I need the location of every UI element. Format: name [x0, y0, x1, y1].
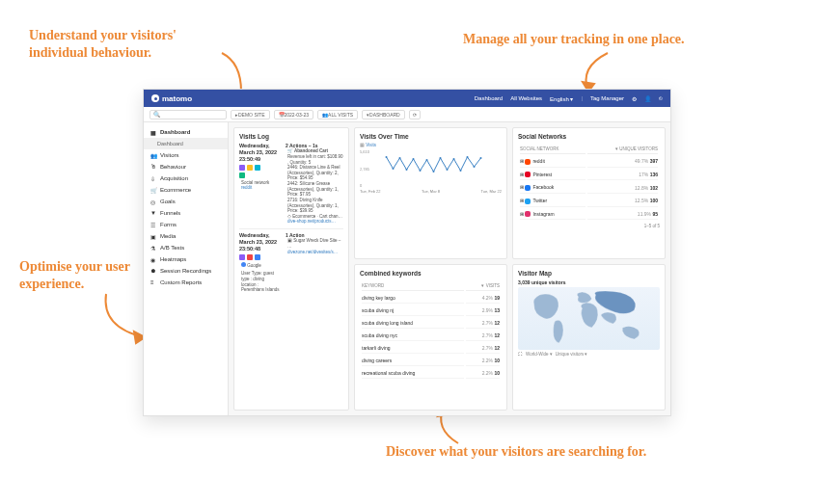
country-icon [239, 165, 245, 171]
sidebar-item-dashboard[interactable]: ▦Dashboard [144, 126, 228, 138]
vm-controls: ⛶ World-Wide ▾ Unique visitors ▾ [518, 352, 660, 357]
nav-all-websites[interactable]: All Websites [510, 95, 542, 101]
visitors-icon: 👥 [150, 152, 156, 158]
card-visits-over-time: Visits Over Time ▦ Visits 5,610 2,785 0 … [354, 127, 507, 259]
sn-col1[interactable]: SOCIAL NETWORK [520, 145, 586, 154]
ytick: 2,785 [360, 167, 369, 172]
card-combined-keywords: Combined keywords KEYWORD▾ VISITS diving… [354, 264, 507, 411]
sidebar-item-goals[interactable]: ◎Goals [144, 196, 228, 207]
brand-text: matomo [162, 94, 192, 103]
sidebar-item-forms[interactable]: ☰Forms [144, 219, 228, 230]
behaviour-icon: 🖱 [150, 164, 156, 170]
goals-icon: ◎ [150, 199, 156, 204]
table-row[interactable]: ⊞ Instagram11.9% 95 [520, 209, 658, 221]
logo[interactable]: matomo [151, 94, 192, 103]
refresh-icon[interactable]: ⟳ [409, 110, 421, 119]
user-icon[interactable]: 👤 [644, 95, 651, 102]
svg-point-4 [386, 156, 388, 158]
twitter-icon [525, 199, 531, 204]
log-entry-1[interactable]: Wednesday, March 23, 2022 23:50:49 Socia… [239, 143, 343, 225]
sidebar-item-acquisition[interactable]: ⇩Acquisition [144, 172, 228, 184]
svg-point-14 [453, 158, 455, 160]
reddit-icon [525, 159, 531, 165]
sidebar-item-behaviour[interactable]: 🖱Behaviour [144, 161, 228, 172]
ck-title: Combined keywords [360, 270, 502, 277]
fullscreen-icon[interactable]: ⛶ [518, 352, 523, 357]
table-row[interactable]: recreational scuba diving2.2% 10 [362, 368, 500, 379]
ck-col1[interactable]: KEYWORD [362, 281, 464, 291]
svg-point-8 [413, 158, 415, 160]
table-row[interactable]: scuba diving nyc2.7% 12 [362, 331, 500, 341]
annotation-visitors: Understand your visitors' individual beh… [29, 27, 222, 62]
log-ecomm-link[interactable]: dive-shop.net/products… [287, 219, 343, 225]
log-date-1: Wednesday, March 23, 2022 23:50:49 [239, 143, 282, 163]
sidebar: ▦Dashboard Dashboard 👥Visitors 🖱Behaviou… [144, 122, 229, 415]
table-row[interactable]: diving careers2.2% 10 [362, 356, 500, 366]
sidebar-item-custom-reports[interactable]: ≡Custom Reports [144, 277, 228, 288]
sidebar-item-ecommerce[interactable]: 🛒Ecommerce [144, 184, 228, 196]
log-referrer: Google [247, 263, 261, 268]
table-row[interactable]: ⊞ Twitter12.5% 100 [520, 196, 658, 207]
nav-dashboard[interactable]: Dashboard [475, 95, 503, 101]
site-selector[interactable]: ▸ DEMO SITE [231, 110, 270, 119]
pinterest-icon [525, 172, 531, 177]
log-date-2: Wednesday, March 23, 2022 23:50:48 [239, 232, 282, 252]
nav-language[interactable]: English ▾ [550, 95, 573, 102]
sidebar-item-heatmaps[interactable]: ◉Heatmaps [144, 253, 228, 265]
toolbar: 🔍 ▸ DEMO SITE 📅 2022-03-23 👥 ALL VISITS … [144, 107, 670, 122]
svg-point-15 [460, 170, 462, 172]
search-input[interactable]: 🔍 [150, 110, 227, 119]
nav-tag-manager[interactable]: Tag Manager [590, 95, 624, 101]
svg-point-18 [480, 157, 482, 159]
table-row[interactable]: ⊞ Pinterest17% 136 [520, 170, 658, 181]
sidebar-item-media[interactable]: ▣Media [144, 230, 228, 242]
metric-select[interactable]: Unique visitors ▾ [556, 352, 588, 357]
dashboard-selector[interactable]: ▾ DASHBOARD [362, 110, 405, 119]
vot-legend[interactable]: Visits [366, 143, 376, 147]
sidebar-item-abtests[interactable]: ⚗A/B Tests [144, 242, 228, 253]
log-site-link[interactable]: divezone.net/divesites/s… [287, 250, 343, 255]
table-row[interactable]: ⊞ Facebook12.8% 102 [520, 182, 658, 194]
card-social-networks: Social Networks SOCIAL NETWORK▾ UNIQUE V… [512, 127, 666, 259]
sidebar-item-visitors[interactable]: 👥Visitors [144, 149, 228, 161]
table-row[interactable]: ⊞ reddit49.7% 397 [520, 156, 658, 168]
sidebar-item-dashboard-sub[interactable]: Dashboard [144, 138, 228, 149]
ck-table: KEYWORD▾ VISITS diving key largo4.2% 19 … [360, 279, 502, 381]
world-map[interactable] [518, 287, 660, 350]
log-entry-2[interactable]: Wednesday, March 23, 2022 23:50:48 Googl… [239, 232, 343, 293]
os-icon [255, 254, 260, 260]
log-icons-1 [239, 165, 282, 171]
log-line: 2716: Diving Knife (Accessories), Quanti… [287, 198, 343, 214]
region-select[interactable]: World-Wide ▾ [526, 352, 553, 357]
table-row[interactable]: diving key largo4.2% 19 [362, 293, 500, 304]
heatmaps-icon: ◉ [150, 256, 156, 262]
log-line: Sugar Wreck Dive Site – … [287, 238, 340, 249]
svg-point-12 [440, 157, 442, 159]
topnav: Dashboard All Websites English ▾ | Tag M… [475, 95, 663, 102]
svg-point-11 [433, 171, 435, 172]
ck-col2[interactable]: ▾ VISITS [466, 281, 500, 291]
sn-col2[interactable]: ▾ UNIQUE VISITORS [587, 145, 658, 154]
log-line: Abandoned Cart [294, 148, 328, 153]
table-row[interactable]: scuba diving long island2.7% 12 [362, 318, 500, 329]
sidebar-item-session-recordings[interactable]: ⏺Session Recordings [144, 265, 228, 277]
sn-footer: 1–5 of 5 [518, 224, 660, 228]
table-row[interactable]: tarkarli diving2.7% 12 [362, 343, 500, 354]
vm-count: 3,039 unique visitors [518, 279, 660, 285]
gear-icon[interactable]: ⚙ [632, 95, 637, 102]
logout-icon[interactable]: ⎋ [659, 95, 663, 101]
date-selector[interactable]: 📅 2022-03-23 [274, 110, 314, 119]
svg-point-6 [399, 157, 401, 159]
os-icon [255, 165, 260, 171]
map-svg [518, 287, 660, 350]
abtests-icon: ⚗ [150, 245, 156, 251]
vot-chart[interactable]: 5,610 2,785 0 [360, 149, 502, 188]
segment-selector[interactable]: 👥 ALL VISITS [317, 110, 358, 119]
log-social-value[interactable]: reddit [241, 185, 282, 191]
sidebar-item-funnels[interactable]: ▼Funnels [144, 207, 228, 219]
visits-log-title: Visits Log [239, 133, 343, 140]
country-icon [239, 254, 245, 260]
log-icons-2 [239, 254, 282, 260]
table-row[interactable]: scuba diving nj2.9% 13 [362, 305, 500, 316]
card-visitor-map: Visitor Map 3,039 unique visitors [512, 264, 666, 411]
